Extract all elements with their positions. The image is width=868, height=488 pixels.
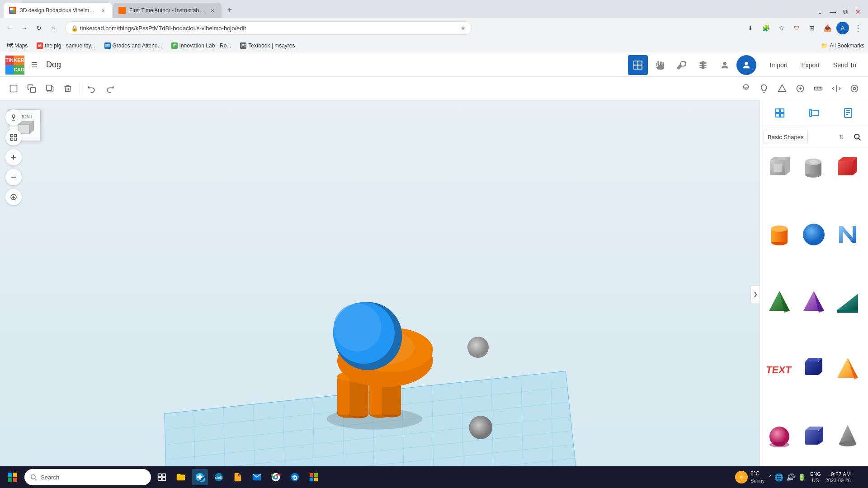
taskbar-files[interactable] bbox=[230, 469, 246, 485]
bookmark-grades[interactable]: SIS Grades and Attend... bbox=[102, 42, 165, 50]
bookmark-pig[interactable]: M the pig - samuelrby... bbox=[34, 42, 98, 50]
tab-close-inactive[interactable]: ✕ bbox=[209, 7, 216, 14]
person-button[interactable] bbox=[715, 55, 735, 75]
svg-rect-17 bbox=[815, 87, 822, 90]
taskbar-filemanager[interactable] bbox=[173, 469, 189, 485]
viewport[interactable]: FRONT bbox=[0, 100, 760, 488]
send-to-button[interactable]: Send To bbox=[827, 59, 863, 71]
taskbar-search-box[interactable]: Search bbox=[24, 469, 151, 485]
restore-button[interactable]: ⧉ bbox=[839, 5, 852, 18]
wrench-button[interactable] bbox=[671, 55, 691, 75]
shape-indigo-box[interactable] bbox=[798, 419, 830, 451]
shape-teal-wedge[interactable] bbox=[832, 286, 863, 317]
shape-box-hole[interactable] bbox=[764, 152, 795, 183]
reset-view-button[interactable] bbox=[5, 189, 22, 205]
ruler-button[interactable] bbox=[810, 80, 826, 97]
duplicate-button[interactable] bbox=[42, 80, 58, 97]
undo-button[interactable] bbox=[84, 80, 100, 97]
tray-expand[interactable]: ^ bbox=[769, 474, 772, 480]
language-selector[interactable]: ENG US bbox=[810, 471, 821, 484]
tab-close-active[interactable]: ✕ bbox=[99, 7, 107, 14]
weather-widget[interactable]: 6°C Sunny bbox=[735, 470, 764, 484]
svg-rect-135 bbox=[162, 474, 166, 477]
bookmark-textbook[interactable]: WX Textbook | msayres bbox=[237, 42, 297, 50]
tab-active[interactable]: 3D design Bodacious Vihelmo-B... ✕ bbox=[4, 3, 112, 18]
back-button[interactable]: ← bbox=[4, 22, 16, 34]
account-circle[interactable] bbox=[736, 55, 756, 75]
new-tab-button[interactable]: + bbox=[223, 4, 236, 16]
panel-grid-icon[interactable] bbox=[764, 104, 796, 122]
address-bar[interactable]: 🔒 tinkercad.com/things/kPssPtM7dBI-bodac… bbox=[65, 21, 472, 35]
panel-notes-icon[interactable] bbox=[832, 104, 864, 122]
svg-rect-130 bbox=[8, 478, 12, 482]
clock[interactable]: 9:27 AM 2023-09-28 bbox=[826, 471, 851, 483]
start-button[interactable] bbox=[4, 468, 22, 486]
profile-button[interactable]: A bbox=[836, 22, 849, 34]
taskbar-dell[interactable]: dell bbox=[211, 469, 227, 485]
shape-orange-cylinder[interactable] bbox=[764, 219, 795, 250]
home-button[interactable]: ⌂ bbox=[47, 22, 60, 34]
download-button[interactable]: ⬇ bbox=[744, 22, 757, 34]
forward-button[interactable]: → bbox=[18, 22, 31, 34]
fit-view-button[interactable] bbox=[5, 129, 22, 145]
handprint-button[interactable] bbox=[650, 55, 670, 75]
flip-button[interactable] bbox=[828, 80, 844, 97]
import-button[interactable]: Import bbox=[764, 59, 794, 71]
export-button[interactable]: Export bbox=[795, 59, 826, 71]
layers-button[interactable] bbox=[693, 55, 713, 75]
shapes-category-dropdown[interactable]: Basic Shapes bbox=[764, 130, 808, 144]
bookmark-button[interactable]: ☆ bbox=[775, 22, 788, 34]
panel-ruler-icon[interactable] bbox=[798, 104, 830, 122]
shape-yellow-pyramid[interactable] bbox=[832, 352, 863, 384]
extensions-button[interactable]: 🧩 bbox=[760, 22, 772, 34]
new-design-button[interactable] bbox=[5, 80, 22, 97]
taskbar-store[interactable] bbox=[306, 469, 322, 485]
shape-pink-sphere[interactable] bbox=[764, 419, 795, 451]
bookmark-innovation[interactable]: IT Innovation Lab - Ro... bbox=[169, 42, 234, 50]
shape-red-box[interactable] bbox=[832, 152, 863, 183]
shapes-search-button[interactable] bbox=[850, 130, 864, 144]
reload-button[interactable]: ↻ bbox=[33, 22, 45, 34]
shape-dark-blue-box[interactable] bbox=[798, 352, 830, 384]
view-home-button[interactable] bbox=[738, 80, 754, 97]
align-tool[interactable] bbox=[792, 80, 808, 97]
shape-gray-cone[interactable] bbox=[832, 419, 863, 451]
all-bookmarks[interactable]: All Bookmarks bbox=[830, 42, 864, 49]
zoom-in-button[interactable] bbox=[5, 149, 22, 165]
shape-cylinder-hole[interactable] bbox=[798, 152, 830, 183]
community-button[interactable] bbox=[846, 80, 863, 97]
minimize-button[interactable]: — bbox=[826, 5, 839, 18]
lightbulb-button[interactable] bbox=[756, 80, 772, 97]
shapes-tool[interactable] bbox=[774, 80, 790, 97]
show-desktop[interactable] bbox=[855, 468, 864, 486]
tab-groups[interactable]: ⊞ bbox=[806, 22, 818, 34]
taskbar-mail[interactable] bbox=[249, 469, 265, 485]
view-3d-button[interactable] bbox=[628, 55, 648, 75]
shape-n[interactable] bbox=[832, 219, 863, 250]
shape-text-red[interactable]: TEXT bbox=[764, 352, 795, 384]
taskview-button[interactable] bbox=[154, 469, 170, 485]
taskbar-edge[interactable] bbox=[287, 469, 303, 485]
menu-button[interactable]: ⋮ bbox=[852, 22, 864, 34]
downloads[interactable]: 📥 bbox=[821, 22, 834, 34]
shape-purple-pyramid[interactable] bbox=[798, 286, 830, 317]
zoom-out-button[interactable] bbox=[5, 169, 22, 185]
volume-icon[interactable]: 🔊 bbox=[786, 473, 795, 482]
redo-button[interactable] bbox=[102, 80, 118, 97]
shape-blue-sphere[interactable] bbox=[798, 219, 830, 250]
profile-extensions[interactable]: 🛡 bbox=[790, 22, 803, 34]
tab-inactive[interactable]: First Time Author - Instructables ✕ bbox=[113, 3, 222, 18]
panel-collapse-button[interactable]: ❯ bbox=[750, 285, 760, 303]
bookmark-maps[interactable]: 🗺 Maps bbox=[4, 41, 30, 50]
hamburger-menu[interactable]: ☰ bbox=[28, 59, 41, 71]
svg-marker-113 bbox=[837, 294, 858, 310]
close-button[interactable]: ✕ bbox=[852, 5, 864, 18]
shape-green-pyramid[interactable] bbox=[764, 286, 795, 317]
svg-point-78 bbox=[469, 416, 492, 439]
taskbar-zoom[interactable] bbox=[192, 469, 208, 485]
taskbar-chrome[interactable] bbox=[268, 469, 284, 485]
zoom-home-button[interactable] bbox=[5, 109, 22, 126]
copy-to-clipboard-button[interactable] bbox=[24, 80, 40, 97]
tab-list-button[interactable]: ⌄ bbox=[814, 5, 826, 18]
delete-button[interactable] bbox=[60, 80, 76, 97]
